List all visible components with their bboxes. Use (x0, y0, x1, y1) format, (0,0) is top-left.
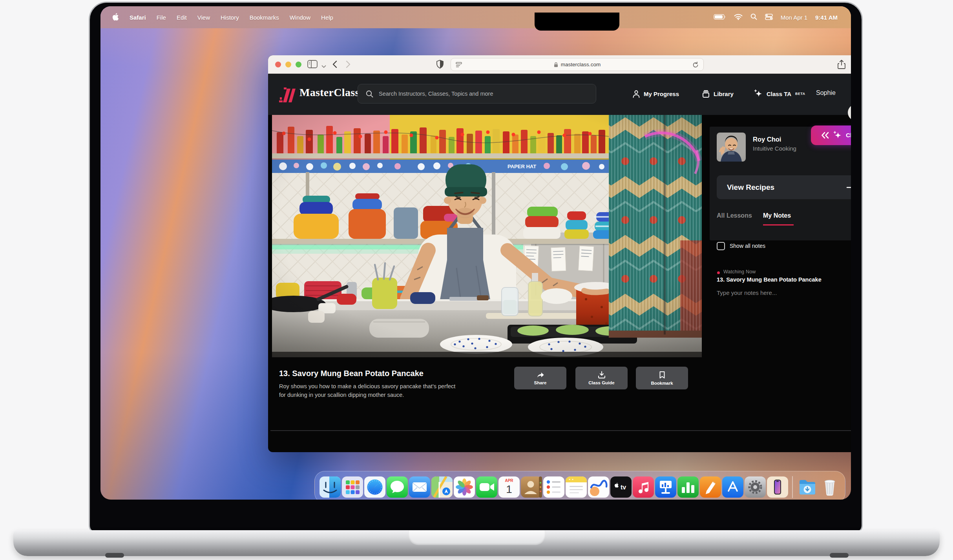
tab-all-lessons[interactable]: All Lessons (717, 212, 752, 219)
menu-item-edit[interactable]: Edit (177, 14, 187, 21)
nav-class-ta-label: Class TA (767, 91, 791, 97)
bookmark-button[interactable]: Bookmark (636, 367, 688, 389)
reload-button[interactable] (692, 62, 699, 69)
lesson-title: 13. Savory Mung Bean Potato Pancake (279, 369, 424, 378)
menu-item-bookmarks[interactable]: Bookmarks (250, 14, 279, 21)
dock-trash-icon[interactable] (819, 476, 840, 498)
nav-library[interactable]: Library (702, 88, 734, 100)
menu-item-file[interactable]: File (157, 14, 166, 21)
menu-bar-date[interactable]: Mon Apr 1 (781, 14, 807, 21)
menu-item-safari[interactable]: Safari (130, 14, 146, 21)
dock-photos-icon[interactable] (454, 476, 475, 498)
dock-contacts-icon[interactable] (521, 476, 542, 498)
watching-now-label: Watching Now (723, 269, 756, 275)
tab-my-notes[interactable]: My Notes (763, 212, 791, 219)
svg-text:APR: APR (505, 478, 513, 483)
user-name[interactable]: Sophie (816, 89, 836, 96)
class-ta-collapse-button[interactable]: Class TA (811, 125, 851, 145)
search-input[interactable] (378, 90, 582, 97)
library-icon (702, 90, 710, 98)
address-bar[interactable]: masterclass.com (451, 58, 704, 71)
macbook-foot-left (105, 553, 124, 558)
dock: APR1 tv (314, 471, 845, 500)
share-page-button[interactable] (837, 60, 846, 71)
lid-lift-indent (408, 530, 546, 545)
dock-safari-icon[interactable] (364, 476, 385, 498)
menu-item-help[interactable]: Help (321, 14, 333, 21)
masterclass-header: MasterClass My Progress Library Class TA… (268, 74, 851, 115)
masterclass-logo-icon[interactable] (278, 85, 296, 105)
dock-maps-icon[interactable] (431, 476, 453, 498)
camera-notch (535, 13, 619, 31)
dock-notes-icon[interactable] (566, 476, 587, 498)
macbook-foot-right (830, 553, 849, 558)
site-search[interactable] (358, 84, 596, 104)
instructor-thumbnail (717, 133, 746, 162)
person-icon (632, 90, 640, 98)
safari-window: masterclass.com MasterClass (268, 55, 851, 452)
dock-downloads-icon[interactable] (797, 476, 818, 498)
wifi-icon[interactable] (734, 14, 743, 21)
download-icon (598, 371, 606, 378)
minimize-window-button[interactable] (285, 62, 291, 67)
dock-appstore-icon[interactable] (722, 476, 743, 498)
notes-input[interactable]: Type your notes here... (717, 289, 777, 296)
dock-settings-icon[interactable] (745, 476, 766, 498)
bookmark-icon (659, 371, 665, 379)
dock-launchpad-icon[interactable] (342, 476, 363, 498)
dock-keynote-icon[interactable] (655, 476, 676, 498)
apple-logo-icon (112, 13, 119, 21)
dock-freeform-icon[interactable] (588, 476, 609, 498)
dock-reminders-icon[interactable] (543, 476, 564, 498)
arrow-right-icon (846, 183, 851, 192)
bookmark-label: Bookmark (651, 381, 673, 385)
battery-icon[interactable] (714, 14, 726, 21)
url-text: masterclass.com (561, 62, 601, 67)
dock-numbers-icon[interactable] (677, 476, 699, 498)
nav-class-ta[interactable]: Class TA BETA (754, 88, 805, 100)
instructor-name: Roy Choi (753, 136, 781, 143)
share-button[interactable]: Share (514, 367, 566, 389)
dock-separator (792, 476, 793, 498)
privacy-shield-icon[interactable] (436, 60, 444, 71)
menu-bar-time[interactable]: 9:41 AM (815, 14, 838, 21)
menu-bar: Safari File Edit View History Bookmarks … (100, 6, 851, 28)
forward-button[interactable] (343, 60, 352, 70)
dock-mail-icon[interactable] (409, 476, 430, 498)
view-recipes-label: View Recipes (727, 183, 774, 192)
menu-item-history[interactable]: History (221, 14, 239, 21)
page-settings-icon[interactable] (456, 62, 462, 69)
video-player[interactable]: PAPER HAT (272, 115, 702, 357)
dock-pages-icon[interactable] (700, 476, 721, 498)
sidebar-toggle-button[interactable] (307, 60, 318, 70)
apple-menu-icon[interactable] (112, 13, 119, 22)
safari-toolbar: masterclass.com (268, 55, 851, 74)
sidebar-chevron-icon[interactable] (321, 63, 326, 70)
close-window-button[interactable] (275, 62, 281, 67)
dock-calendar-icon[interactable]: APR1 (498, 476, 520, 498)
share-icon (537, 371, 544, 378)
menu-item-view[interactable]: View (197, 14, 210, 21)
avatar[interactable] (848, 104, 851, 122)
brand-wordmark[interactable]: MasterClass (299, 86, 360, 99)
menu-item-window[interactable]: Window (290, 14, 310, 21)
dock-tv-icon[interactable]: tv (610, 476, 632, 498)
zoom-window-button[interactable] (296, 62, 301, 67)
dock-music-icon[interactable] (633, 476, 654, 498)
video-frame: PAPER HAT (272, 115, 702, 357)
active-tab-underline (763, 224, 794, 225)
dock-messages-icon[interactable] (387, 476, 408, 498)
dock-finder-icon[interactable] (319, 476, 341, 498)
control-center-icon[interactable] (765, 14, 773, 21)
svg-text:tv: tv (621, 484, 626, 491)
spotlight-search-icon[interactable] (750, 13, 757, 21)
class-guide-button[interactable]: Class Guide (575, 367, 628, 389)
notes-current-lesson: 13. Savory Mung Bean Potato Pancake (717, 276, 822, 283)
dock-iphone-mirroring-icon[interactable] (767, 476, 788, 498)
show-all-notes-checkbox[interactable] (717, 242, 725, 250)
view-recipes-button[interactable]: View Recipes (717, 175, 851, 199)
class-ta-button-label: Class TA (846, 132, 851, 139)
nav-my-progress[interactable]: My Progress (632, 88, 679, 100)
back-button[interactable] (331, 60, 340, 70)
dock-facetime-icon[interactable] (476, 476, 497, 498)
